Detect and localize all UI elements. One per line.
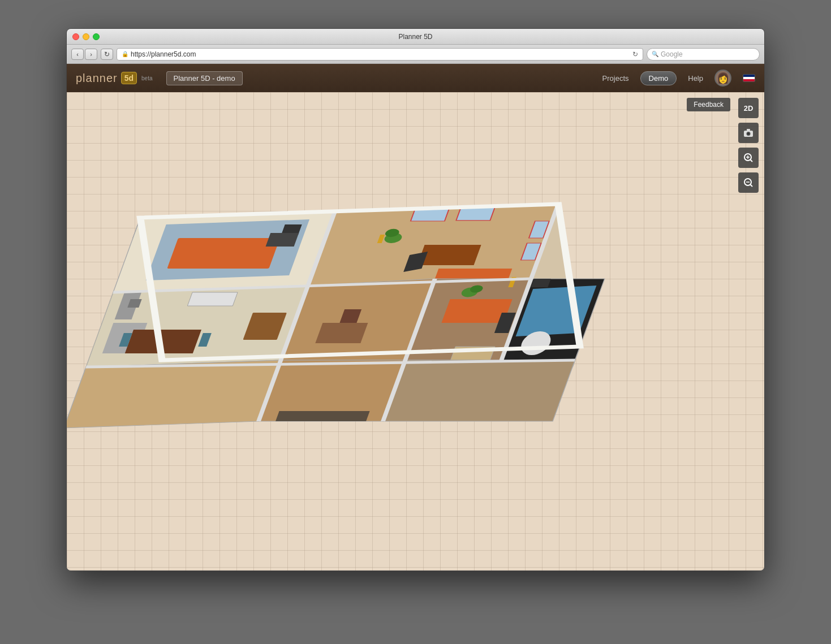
svg-line-5 <box>751 160 753 162</box>
svg-rect-18 <box>266 233 299 247</box>
url-text: https://planner5d.com <box>131 50 196 58</box>
logo-5d: 5d <box>121 72 137 84</box>
title-bar: Planner 5D <box>67 29 764 45</box>
svg-rect-41 <box>315 323 368 343</box>
svg-rect-34 <box>187 292 238 306</box>
svg-rect-56 <box>275 411 370 421</box>
close-button[interactable] <box>72 33 79 40</box>
nav-projects[interactable]: Projects <box>602 74 629 83</box>
svg-point-2 <box>747 133 750 135</box>
feedback-button[interactable]: Feedback <box>687 98 730 111</box>
2d-button[interactable]: 2D <box>738 98 759 118</box>
floor-plan-container <box>67 92 764 571</box>
svg-rect-16 <box>167 238 280 269</box>
mac-window: Planner 5D ‹ › ↻ 🔒 https://planner5d.com… <box>66 28 765 571</box>
zoom-out-button[interactable] <box>738 172 759 193</box>
reload-button[interactable]: ↻ <box>101 49 113 60</box>
address-bar: ‹ › ↻ 🔒 https://planner5d.com ↻ 🔍 Google <box>67 45 764 64</box>
right-toolbar: 2D <box>738 98 759 193</box>
search-bar[interactable]: 🔍 Google <box>647 48 760 60</box>
search-icon: 🔍 <box>652 51 658 57</box>
svg-marker-57 <box>383 360 575 421</box>
logo-area: planner 5d beta <box>76 72 153 85</box>
window-title: Planner 5D <box>398 33 432 41</box>
back-button[interactable]: ‹ <box>71 49 84 60</box>
app-header: planner 5d beta Planner 5D - demo Projec… <box>67 64 764 92</box>
svg-rect-3 <box>747 129 750 131</box>
url-bar[interactable]: 🔒 https://planner5d.com ↻ <box>117 48 643 60</box>
project-name-box[interactable]: Planner 5D - demo <box>166 71 243 85</box>
secure-icon: 🔒 <box>122 51 128 57</box>
main-canvas: Feedback 2D <box>67 92 764 571</box>
zoom-in-button[interactable] <box>738 148 759 168</box>
nav-buttons: ‹ › <box>71 49 97 60</box>
language-flag[interactable] <box>743 74 755 82</box>
refresh-icon: ↻ <box>632 50 638 58</box>
svg-rect-22 <box>417 245 481 265</box>
camera-button[interactable] <box>738 123 759 143</box>
svg-rect-53 <box>531 279 550 287</box>
avatar-image: 👩 <box>717 72 729 84</box>
maximize-button[interactable] <box>93 33 100 40</box>
svg-line-9 <box>751 185 753 187</box>
nav-help[interactable]: Help <box>688 74 703 83</box>
beta-badge: beta <box>141 75 152 81</box>
traffic-lights <box>72 33 100 40</box>
logo-text: planner <box>76 72 118 85</box>
forward-button[interactable]: › <box>85 49 97 60</box>
floor-plan-svg <box>67 109 734 567</box>
avatar[interactable]: 👩 <box>714 70 731 87</box>
minimize-button[interactable] <box>83 33 89 40</box>
svg-marker-54 <box>67 360 281 428</box>
project-name-area: Planner 5D - demo <box>166 71 243 85</box>
header-nav: Projects Demo Help 👩 <box>602 70 755 87</box>
nav-demo[interactable]: Demo <box>640 71 677 85</box>
search-placeholder: Google <box>661 50 683 58</box>
